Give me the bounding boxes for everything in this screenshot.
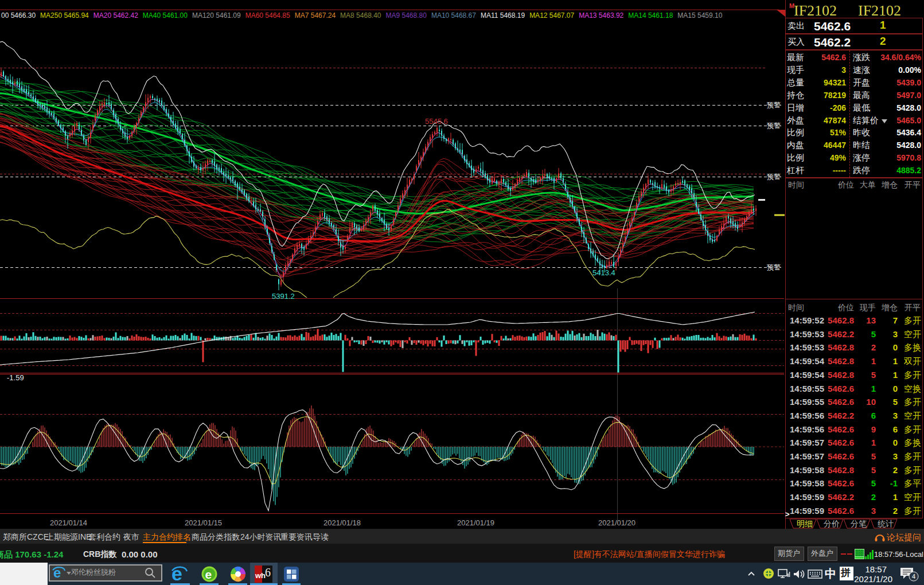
- svg-text:4: 4: [912, 573, 915, 580]
- svg-text:e: e: [205, 568, 212, 581]
